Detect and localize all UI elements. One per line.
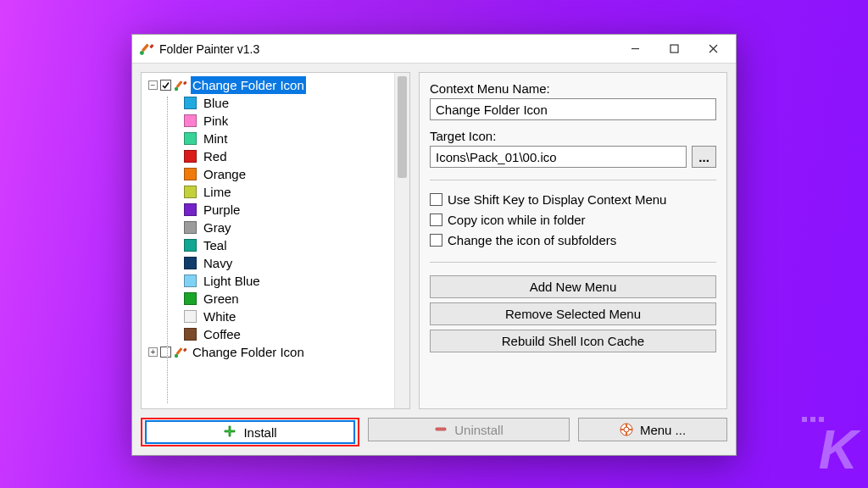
color-swatch-icon: [184, 328, 197, 341]
divider: [430, 180, 716, 180]
target-icon-input[interactable]: [430, 146, 687, 168]
browse-button[interactable]: ...: [692, 146, 716, 168]
opt-copy-label: Copy icon while in folder: [448, 213, 586, 227]
svg-rect-1: [142, 43, 149, 52]
tree-item[interactable]: Navy: [145, 254, 394, 272]
client-area: − Change Folder Icon BluePinkMintRedOran…: [132, 64, 736, 455]
opt-sub-label: Change the icon of subfolders: [448, 233, 616, 247]
menu-label: Menu ...: [640, 423, 686, 437]
window-title: Folder Painter v1.3: [159, 42, 615, 56]
tree-item-label: Orange: [202, 165, 248, 183]
tree-item-label: White: [202, 308, 237, 325]
paintbrush-icon: [174, 79, 187, 92]
tree-item-label: Coffee: [202, 325, 242, 343]
opt-sub-checkbox[interactable]: [430, 234, 442, 247]
color-swatch-icon: [184, 292, 197, 305]
maximize-button[interactable]: [654, 36, 693, 62]
add-new-menu-button[interactable]: Add New Menu: [430, 275, 716, 298]
tree-root-1-checkbox[interactable]: [160, 80, 171, 91]
install-button[interactable]: Install: [145, 420, 355, 444]
svg-rect-9: [183, 80, 187, 85]
color-swatch-icon: [184, 274, 197, 287]
color-swatch-icon: [184, 257, 197, 269]
tree-item[interactable]: Orange: [145, 165, 394, 183]
opt-sub-row[interactable]: Change the icon of subfolders: [430, 230, 716, 250]
paintbrush-icon: [174, 346, 187, 359]
uninstall-button[interactable]: Uninstall: [368, 418, 570, 441]
watermark: K: [819, 419, 856, 481]
color-swatch-icon: [184, 168, 197, 180]
tree-root-1-label: Change Folder Icon: [191, 76, 306, 94]
svg-point-15: [624, 427, 629, 432]
tree-root-1[interactable]: − Change Folder Icon: [145, 76, 394, 94]
scrollbar-thumb[interactable]: [398, 76, 407, 178]
color-swatch-icon: [184, 310, 197, 323]
tree-item-label: Red: [202, 147, 229, 165]
divider: [430, 262, 716, 263]
color-swatch-icon: [184, 221, 197, 234]
tree-item[interactable]: Purple: [145, 201, 394, 219]
tree-item-label: Purple: [202, 201, 242, 219]
uninstall-label: Uninstall: [454, 423, 504, 437]
tree-root-2[interactable]: + Change Folder Icon: [145, 343, 394, 361]
tree-item[interactable]: Teal: [145, 236, 394, 254]
color-swatch-icon: [184, 239, 197, 252]
app-window: Folder Painter v1.3 −: [131, 34, 737, 456]
svg-rect-2: [149, 43, 153, 48]
context-menu-name-input[interactable]: [430, 98, 716, 120]
app-icon: [139, 42, 154, 57]
tree-item-label: Navy: [202, 254, 234, 272]
svg-rect-8: [175, 80, 182, 88]
tree-item[interactable]: Blue: [145, 94, 394, 112]
tree-root-2-label: Change Folder Icon: [191, 343, 306, 361]
svg-rect-11: [175, 347, 182, 355]
lifebuoy-icon: [620, 423, 633, 436]
opt-shift-row[interactable]: Use Shift Key to Display Context Menu: [430, 189, 716, 209]
tree-item[interactable]: Gray: [145, 219, 394, 236]
tree-item[interactable]: Lime: [145, 183, 394, 201]
context-menu-name-label: Context Menu Name:: [430, 81, 716, 96]
tree-item[interactable]: Red: [145, 147, 394, 165]
svg-rect-13: [436, 428, 446, 430]
tree-scrollbar[interactable]: [394, 73, 409, 408]
remove-selected-menu-button[interactable]: Remove Selected Menu: [430, 302, 716, 325]
install-label: Install: [243, 425, 276, 440]
bottom-bar: Install Uninstall Menu ...: [141, 418, 727, 446]
svg-rect-4: [670, 45, 678, 53]
tree-item[interactable]: Green: [145, 290, 394, 308]
opt-copy-row[interactable]: Copy icon while in folder: [430, 209, 716, 230]
tree-item-label: Mint: [202, 130, 229, 147]
expander-plus-icon[interactable]: +: [148, 347, 158, 357]
color-swatch-icon: [184, 132, 197, 145]
expander-minus-icon[interactable]: −: [148, 80, 158, 90]
titlebar[interactable]: Folder Painter v1.3: [132, 35, 736, 64]
color-swatch-icon: [184, 114, 197, 127]
tree-item[interactable]: Light Blue: [145, 272, 394, 290]
color-tree[interactable]: − Change Folder Icon BluePinkMintRedOran…: [142, 73, 394, 408]
tree-root-2-checkbox[interactable]: [160, 347, 171, 358]
tree-item-label: Light Blue: [202, 272, 262, 290]
opt-shift-checkbox[interactable]: [430, 193, 442, 206]
tree-item-label: Gray: [202, 219, 233, 236]
svg-rect-12: [183, 347, 187, 352]
menu-button[interactable]: Menu ...: [578, 418, 727, 441]
tree-item[interactable]: Pink: [145, 112, 394, 130]
rebuild-cache-button[interactable]: Rebuild Shell Icon Cache: [430, 330, 716, 352]
settings-panel: Context Menu Name: Target Icon: ... Use …: [419, 72, 727, 409]
tree-item[interactable]: White: [145, 308, 394, 325]
opt-shift-label: Use Shift Key to Display Context Menu: [448, 192, 666, 207]
tree-item[interactable]: Coffee: [145, 325, 394, 343]
install-highlight: Install: [141, 418, 359, 446]
tree-item-label: Green: [202, 290, 241, 308]
target-icon-label: Target Icon:: [430, 129, 716, 143]
close-button[interactable]: [693, 36, 732, 62]
tree-item-label: Blue: [202, 94, 231, 112]
color-swatch-icon: [184, 186, 197, 198]
tree-panel: − Change Folder Icon BluePinkMintRedOran…: [141, 72, 410, 409]
opt-copy-checkbox[interactable]: [430, 214, 442, 226]
minimize-button[interactable]: [615, 36, 654, 62]
tree-item[interactable]: Mint: [145, 130, 394, 147]
color-swatch-icon: [184, 150, 197, 163]
tree-item-label: Pink: [202, 112, 230, 130]
plus-icon: [223, 425, 236, 439]
